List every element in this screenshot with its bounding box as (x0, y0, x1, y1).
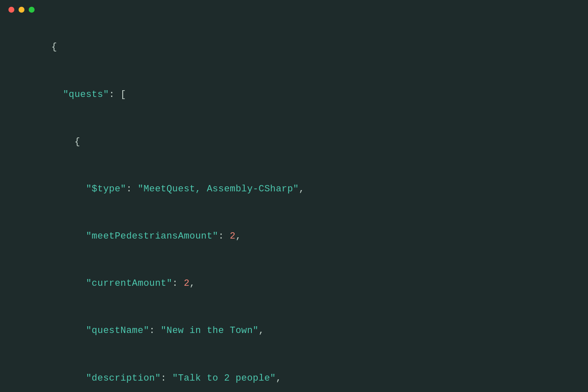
val-meet-amount: 2 (230, 231, 236, 242)
key-questname-1: "questName" (86, 325, 149, 336)
val-type-1: "MeetQuest, Assembly-CSharp" (138, 184, 299, 194)
close-button[interactable] (8, 7, 14, 13)
key-meet-amount: "meetPedestriansAmount" (86, 231, 218, 242)
indent-2 (51, 89, 63, 100)
code-line-3: { (17, 118, 571, 165)
code-line-1: { (17, 24, 571, 71)
key-description-1: "description" (86, 373, 161, 384)
code-line-2: "quests": [ (17, 71, 571, 118)
indent-4-open-1: { (51, 137, 80, 147)
code-viewer: { "quests": [ { "$type": "MeetQuest, Ass… (0, 19, 588, 392)
val-description-1: "Talk to 2 people" (172, 373, 276, 384)
key-quests: "quests" (63, 89, 109, 100)
key-current-1: "currentAmount" (86, 278, 173, 289)
code-line-5: "meetPedestriansAmount": 2, (17, 213, 571, 260)
val-questname-1: "New in the Town" (161, 325, 259, 336)
code-line-8: "description": "Talk to 2 people", (17, 354, 571, 392)
key-type-1: "$type" (86, 184, 127, 194)
maximize-button[interactable] (29, 7, 35, 13)
code-line-6: "currentAmount": 2, (17, 260, 571, 307)
code-line-4: "$type": "MeetQuest, Assembly-CSharp", (17, 166, 571, 213)
open-brace: { (51, 42, 57, 52)
main-window: { "quests": [ { "$type": "MeetQuest, Ass… (0, 0, 588, 392)
titlebar (0, 0, 588, 19)
code-line-7: "questName": "New in the Town", (17, 307, 571, 354)
minimize-button[interactable] (19, 7, 24, 13)
val-current-1: 2 (184, 278, 190, 289)
